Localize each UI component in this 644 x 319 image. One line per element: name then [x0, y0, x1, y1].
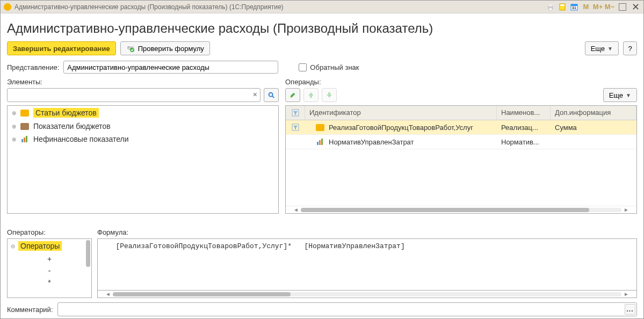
- collapse-icon[interactable]: ⊖: [11, 243, 15, 249]
- elements-search-row: ×: [7, 88, 279, 102]
- tree-item-nonfinancial[interactable]: ⊕ Нефинансовые показатели: [8, 133, 278, 146]
- reverse-sign-checkbox-wrap[interactable]: Обратный знак: [299, 63, 359, 71]
- table-body: РеализаГотовойПродукцТоваровРабот,Услуг …: [286, 120, 636, 206]
- operators-group[interactable]: ⊖ Операторы: [8, 239, 91, 253]
- representation-label: Представление:: [7, 63, 59, 71]
- operands-column: Операнды: Еще ▼: [285, 78, 637, 224]
- svg-point-10: [269, 93, 273, 97]
- content: Административно-управленческие расходы (…: [1, 13, 643, 318]
- scroll-thumb[interactable]: [113, 292, 291, 296]
- comment-row: Комментарий: ...: [7, 302, 637, 316]
- folder-icon: [20, 110, 29, 117]
- scroll-track[interactable]: [113, 292, 621, 296]
- tree-item-budget-indicators[interactable]: ⊕ Показатели бюджетов: [8, 120, 278, 133]
- tree-item-label: Нефинансовые показатели: [33, 135, 129, 143]
- chart-icon: [20, 135, 29, 143]
- more-button[interactable]: Еще ▼: [585, 41, 619, 55]
- formula-hscroll[interactable]: ◄ ►: [97, 291, 637, 298]
- folder-icon: [316, 124, 324, 131]
- svg-rect-17: [317, 142, 319, 145]
- comment-input-wrap: ...: [57, 302, 638, 316]
- edit-operand-button[interactable]: [285, 88, 300, 102]
- row-filter-icon: [286, 139, 305, 144]
- scroll-track[interactable]: [301, 208, 621, 212]
- expand-icon[interactable]: ⊕: [12, 110, 16, 116]
- row-name-cell: Реализац...: [497, 121, 551, 134]
- calc-icon[interactable]: [558, 2, 567, 12]
- svg-line-11: [272, 96, 274, 98]
- help-button[interactable]: ?: [623, 41, 637, 55]
- main-toolbar: Завершить редактирование f(x) Проверить …: [7, 41, 637, 55]
- search-button[interactable]: [264, 88, 279, 102]
- folder-icon: [20, 123, 29, 130]
- operators-vscroll[interactable]: [86, 240, 90, 267]
- reverse-sign-checkbox[interactable]: [299, 63, 307, 71]
- table-header: Идентификатор Наименов... Доп.информация: [286, 106, 636, 120]
- chevron-down-icon: ▼: [607, 46, 613, 52]
- operator-minus[interactable]: -: [8, 265, 91, 277]
- maximize-icon[interactable]: [619, 3, 626, 11]
- formula-text: [РеализаГотовойПродукцТоваровРабот,Услуг…: [103, 242, 405, 250]
- help-label: ?: [628, 45, 632, 53]
- app-icon: [4, 3, 11, 11]
- th-info[interactable]: Доп.информация: [551, 106, 636, 120]
- tree-item-label: Статьи бюджетов: [33, 108, 99, 118]
- close-icon[interactable]: ✕: [631, 2, 640, 12]
- th-filter[interactable]: [286, 106, 305, 120]
- mminus-button[interactable]: M−: [605, 2, 614, 12]
- operators-box[interactable]: ⊖ Операторы + - *: [7, 238, 92, 298]
- operator-multiply[interactable]: *: [8, 277, 91, 288]
- row-info-cell: Сумма: [551, 121, 636, 134]
- comment-ellipsis-button[interactable]: ...: [625, 304, 635, 315]
- formula-input[interactable]: [РеализаГотовойПродукцТоваровРабот,Услуг…: [97, 238, 637, 291]
- operands-toolbar: Еще ▼: [285, 88, 637, 102]
- move-up-button: [303, 88, 319, 102]
- row-id-text: НормативУправленЗатрат: [329, 138, 414, 146]
- svg-rect-18: [319, 140, 321, 145]
- arrow-up-icon: [307, 91, 315, 99]
- operators-label: Операторы:: [7, 228, 92, 236]
- reverse-sign-label: Обратный знак: [310, 63, 359, 71]
- scroll-left-icon[interactable]: ◄: [103, 291, 113, 297]
- calendar-icon[interactable]: 31: [569, 2, 579, 12]
- scroll-left-icon[interactable]: ◄: [291, 207, 301, 213]
- elements-tree[interactable]: ⊕ Статьи бюджетов ⊕ Показатели бюджетов …: [7, 105, 279, 214]
- titlebar-controls: 31 M M+ M− ✕: [546, 2, 640, 12]
- fx-check-icon: f(x): [126, 44, 135, 53]
- expand-icon[interactable]: ⊕: [12, 124, 16, 129]
- comment-label: Комментарий:: [7, 306, 53, 314]
- tree-item-budget-articles[interactable]: ⊕ Статьи бюджетов: [8, 106, 278, 120]
- bottom-section: Операторы: ⊖ Операторы + - * Формула: [Р…: [7, 228, 637, 298]
- elements-column: Элементы: × ⊕ Статьи бюджетов ⊕: [7, 78, 279, 224]
- pencil-icon: [289, 91, 296, 99]
- titlebar: Административно-управленческие расходы (…: [1, 1, 643, 13]
- scroll-right-icon[interactable]: ►: [621, 291, 631, 297]
- elements-label: Элементы:: [7, 78, 279, 86]
- th-id[interactable]: Идентификатор: [305, 106, 497, 120]
- svg-rect-12: [21, 139, 23, 142]
- expand-icon[interactable]: ⊕: [12, 136, 16, 142]
- finish-editing-button[interactable]: Завершить редактирование: [7, 41, 116, 55]
- scroll-thumb[interactable]: [301, 208, 589, 212]
- th-name[interactable]: Наименов...: [497, 106, 551, 120]
- operands-hscroll[interactable]: ◄ ►: [286, 206, 636, 213]
- operators-panel: Операторы: ⊖ Операторы + - *: [7, 228, 92, 298]
- table-row[interactable]: РеализаГотовойПродукцТоваровРабот,Услуг …: [286, 120, 636, 135]
- check-formula-button[interactable]: f(x) Проверить формулу: [120, 41, 210, 55]
- elements-search-input[interactable]: [7, 88, 261, 102]
- operands-table: Идентификатор Наименов... Доп.информация…: [285, 105, 637, 214]
- print-icon[interactable]: [546, 2, 555, 12]
- operands-more-button[interactable]: Еще ▼: [603, 88, 637, 102]
- clear-search-icon[interactable]: ×: [253, 90, 257, 99]
- operator-plus[interactable]: +: [8, 253, 91, 265]
- table-row[interactable]: НормативУправленЗатрат Норматив...: [286, 135, 636, 149]
- mplus-button[interactable]: M+: [593, 2, 603, 12]
- formula-panel: Формула: [РеализаГотовойПродукцТоваровРа…: [97, 228, 637, 298]
- formula-label: Формула:: [97, 228, 637, 236]
- row-id-cell: НормативУправленЗатрат: [305, 135, 497, 149]
- representation-input[interactable]: [63, 61, 278, 74]
- comment-input[interactable]: [57, 302, 638, 316]
- m-button[interactable]: M: [581, 2, 591, 12]
- row-id-text: РеализаГотовойПродукцТоваровРабот,Услуг: [329, 124, 473, 132]
- scroll-right-icon[interactable]: ►: [621, 207, 631, 213]
